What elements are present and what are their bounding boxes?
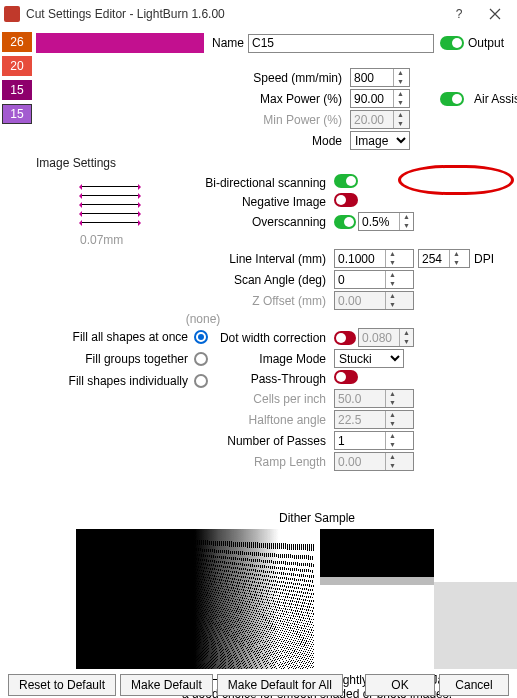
image-settings-label: Image Settings — [36, 156, 517, 170]
airassist-label: Air Assist — [474, 92, 517, 106]
scanangle-input[interactable]: ▲▼ — [334, 270, 414, 289]
name-label: Name — [210, 36, 248, 50]
layer-chip[interactable]: 20 — [2, 56, 32, 76]
zoffset-input: ▲▼ — [334, 291, 414, 310]
help-button[interactable]: ? — [441, 2, 477, 26]
layer-list: 26 20 15 15 — [0, 28, 32, 698]
speed-input[interactable]: ▲▼ — [350, 68, 410, 87]
make-default-button[interactable]: Make Default — [120, 674, 213, 696]
fill-all-label: Fill all shapes at once — [44, 330, 194, 344]
ramp-label: Ramp Length — [80, 455, 330, 469]
maxpower-label: Max Power (%) — [36, 92, 346, 106]
minpower-input: ▲▼ — [350, 110, 410, 129]
dotcorr-input: ▲▼ — [358, 328, 414, 347]
overscan-input[interactable]: ▲▼ — [358, 212, 414, 231]
scan-lines-icon — [80, 186, 140, 246]
halftone-label: Halftone angle — [80, 413, 330, 427]
maxpower-input[interactable]: ▲▼ — [350, 89, 410, 108]
ok-button[interactable]: OK — [365, 674, 435, 696]
fill-indiv-radio[interactable] — [194, 374, 208, 388]
fill-groups-label: Fill groups together — [44, 352, 194, 366]
dither-title: Dither Sample — [36, 511, 517, 525]
dotcorr-toggle[interactable] — [334, 331, 356, 345]
mode-select[interactable]: Image — [350, 131, 410, 150]
make-default-all-button[interactable]: Make Default for All — [217, 674, 343, 696]
airassist-toggle[interactable] — [440, 92, 464, 106]
mode-label: Mode — [36, 134, 346, 148]
overscan-toggle[interactable] — [334, 215, 356, 229]
halftone-input: ▲▼ — [334, 410, 414, 429]
speed-label: Speed (mm/min) — [36, 71, 346, 85]
output-toggle[interactable] — [440, 36, 464, 50]
bidir-toggle[interactable] — [334, 174, 358, 188]
imagemode-select[interactable]: Stucki — [334, 349, 404, 368]
cpi-input: ▲▼ — [334, 389, 414, 408]
app-icon — [4, 6, 20, 22]
dither-sample — [76, 529, 517, 669]
passthrough-toggle[interactable] — [334, 370, 358, 384]
layer-chip[interactable]: 15 — [2, 104, 32, 124]
dpi-input[interactable]: ▲▼ — [418, 249, 470, 268]
fill-all-radio[interactable] — [194, 330, 208, 344]
cpi-label: Cells per inch — [80, 392, 330, 406]
passes-input[interactable]: ▲▼ — [334, 431, 414, 450]
lineint-input[interactable]: ▲▼ — [334, 249, 414, 268]
passes-label: Number of Passes — [80, 434, 330, 448]
layer-color-bar — [36, 33, 204, 53]
cancel-button[interactable]: Cancel — [439, 674, 509, 696]
negative-image-toggle[interactable] — [334, 193, 358, 207]
layer-chip[interactable]: 26 — [2, 32, 32, 52]
reset-default-button[interactable]: Reset to Default — [8, 674, 116, 696]
name-input[interactable] — [248, 34, 434, 53]
output-label: Output — [464, 36, 504, 50]
close-button[interactable] — [477, 2, 513, 26]
fill-groups-radio[interactable] — [194, 352, 208, 366]
window-title: Cut Settings Editor - LightBurn 1.6.00 — [26, 7, 441, 21]
ramp-input: ▲▼ — [334, 452, 414, 471]
layer-chip[interactable]: 15 — [2, 80, 32, 100]
dpi-label: DPI — [474, 252, 517, 266]
minpower-label: Min Power (%) — [36, 113, 346, 127]
fill-indiv-label: Fill shapes individually — [44, 374, 194, 388]
